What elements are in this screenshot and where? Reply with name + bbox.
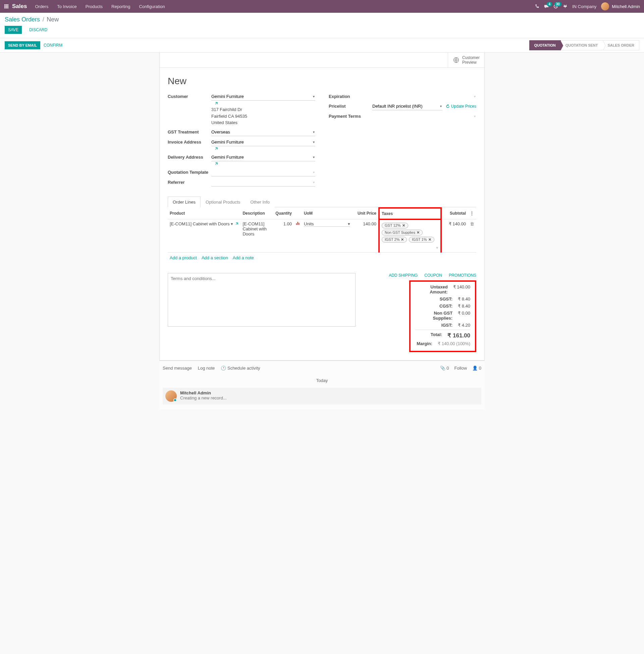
promotions-link[interactable]: PROMOTIONS xyxy=(449,273,476,278)
label-invoice-address: Invoice Address xyxy=(168,138,211,144)
follow-button[interactable]: Follow xyxy=(455,366,467,371)
cell-uom[interactable]: Units xyxy=(304,221,348,226)
message-author: Mitchell Admin xyxy=(180,390,227,395)
update-prices-button[interactable]: Update Prices xyxy=(446,104,476,109)
order-lines-table: Product Description Quantity UoM Unit Pr… xyxy=(168,207,476,253)
brand-label[interactable]: Sales xyxy=(12,3,27,10)
attachments-count[interactable]: 📎 0 xyxy=(440,366,449,371)
value-cgst: ₹ 8.40 xyxy=(458,304,470,308)
coupon-link[interactable]: COUPON xyxy=(424,273,442,278)
add-product-link[interactable]: Add a product xyxy=(170,255,197,260)
chevron-down-icon[interactable]: ▾ xyxy=(382,245,438,250)
gst-treatment-field[interactable] xyxy=(211,128,315,136)
quotation-template-field[interactable] xyxy=(211,168,315,177)
tab-order-lines[interactable]: Order Lines xyxy=(168,196,201,207)
step-sales-order[interactable]: SALES ORDER xyxy=(603,40,639,50)
add-note-link[interactable]: Add a note xyxy=(233,255,254,260)
th-quantity[interactable]: Quantity xyxy=(270,208,294,219)
cell-unit-price[interactable]: 140.00 xyxy=(352,219,379,253)
chevron-down-icon[interactable]: ▾ xyxy=(313,95,315,98)
customer-preview-button[interactable]: Customer Preview xyxy=(448,53,484,67)
step-quotation[interactable]: QUOTATION xyxy=(529,40,560,50)
tab-optional-products[interactable]: Optional Products xyxy=(201,196,245,207)
th-actions[interactable]: ⋮ xyxy=(468,208,476,219)
cell-description[interactable]: [E-COM11] Cabinet with Doors xyxy=(240,219,270,253)
external-link-icon[interactable] xyxy=(214,101,218,106)
label-pricelist: Pricelist xyxy=(329,102,372,109)
save-button[interactable]: SAVE xyxy=(5,26,22,34)
label-quotation-template: Quotation Template xyxy=(168,168,211,175)
customer-field[interactable] xyxy=(211,93,315,101)
add-shipping-link[interactable]: ADD SHIPPING xyxy=(389,273,418,278)
th-unit-price[interactable]: Unit Price xyxy=(352,208,379,219)
schedule-activity-link[interactable]: 🕐 Schedule activity xyxy=(221,366,260,371)
close-icon[interactable]: ✕ xyxy=(417,230,420,234)
tab-other-info[interactable]: Other Info xyxy=(245,196,275,207)
label-cgst: CGST: xyxy=(415,304,453,308)
th-description[interactable]: Description xyxy=(240,208,270,219)
send-email-button[interactable]: SEND BY EMAIL xyxy=(5,41,40,49)
external-link-icon[interactable] xyxy=(214,146,218,151)
chevron-down-icon[interactable]: ▾ xyxy=(231,221,233,226)
log-note-link[interactable]: Log note xyxy=(198,366,215,371)
chevron-down-icon[interactable]: ▾ xyxy=(474,95,476,98)
table-row[interactable]: [E-COM11] Cabinet with Doors▾ [E-COM11] … xyxy=(168,219,476,253)
th-subtotal[interactable]: Subtotal xyxy=(441,208,468,219)
apps-icon[interactable] xyxy=(4,4,9,9)
label-payment-terms: Payment Terms xyxy=(329,112,372,119)
chevron-down-icon[interactable]: ▾ xyxy=(440,104,442,108)
add-section-link[interactable]: Add a section xyxy=(202,255,228,260)
nav-item-configuration[interactable]: Configuration xyxy=(139,4,165,9)
th-uom[interactable]: UoM xyxy=(302,208,352,219)
step-quotation-sent[interactable]: QUOTATION SENT xyxy=(561,40,603,50)
referrer-field[interactable] xyxy=(211,179,315,186)
delete-row-icon[interactable]: 🗑 xyxy=(468,219,476,253)
user-menu[interactable]: Mitchell Admin xyxy=(601,2,640,10)
followers-count[interactable]: 👤 0 xyxy=(472,366,481,371)
discard-button[interactable]: DISCARD xyxy=(26,26,51,34)
chevron-down-icon[interactable]: ▾ xyxy=(348,221,350,226)
chevron-down-icon[interactable]: ▾ xyxy=(313,170,315,174)
expiration-field[interactable] xyxy=(372,93,476,100)
message-text: Creating a new record... xyxy=(180,395,227,400)
avatar-icon xyxy=(601,2,609,10)
terms-input[interactable] xyxy=(168,273,355,327)
th-product[interactable]: Product xyxy=(168,208,240,219)
company-label[interactable]: IN Company xyxy=(572,4,596,9)
th-taxes[interactable]: Taxes xyxy=(379,208,441,219)
avatar-icon xyxy=(165,390,177,402)
external-link-icon[interactable] xyxy=(234,222,238,226)
pricelist-field[interactable] xyxy=(372,102,442,110)
chevron-down-icon[interactable]: ▾ xyxy=(313,130,315,134)
cell-quantity[interactable]: 1.00 xyxy=(270,219,294,253)
delivery-address-field[interactable] xyxy=(211,153,315,161)
label-margin: Margin: xyxy=(415,341,432,346)
cell-taxes[interactable]: GST 12%✕ Non GST Supplies✕ IGST 2%✕ IGST… xyxy=(380,220,440,252)
forecast-icon[interactable] xyxy=(294,219,302,253)
activities-icon[interactable]: 30 xyxy=(553,4,558,9)
close-icon[interactable]: ✕ xyxy=(401,237,404,241)
close-icon[interactable]: ✕ xyxy=(428,237,431,241)
nav-item-to-invoice[interactable]: To Invoice xyxy=(57,4,77,9)
phone-icon[interactable] xyxy=(535,4,539,9)
chevron-down-icon[interactable]: ▾ xyxy=(313,155,315,159)
debug-icon[interactable] xyxy=(563,4,568,9)
cell-product[interactable]: [E-COM11] Cabinet with Doors xyxy=(170,221,229,226)
chevron-down-icon[interactable]: ▾ xyxy=(474,114,476,118)
breadcrumb-parent[interactable]: Sales Orders xyxy=(5,16,40,23)
chevron-down-icon[interactable]: ▾ xyxy=(313,181,315,184)
messages-badge: 4 xyxy=(547,2,552,6)
nav-item-reporting[interactable]: Reporting xyxy=(111,4,130,9)
nav-item-orders[interactable]: Orders xyxy=(35,4,48,9)
top-navbar: Sales Orders To Invoice Products Reporti… xyxy=(0,0,644,13)
chevron-down-icon[interactable]: ▾ xyxy=(313,140,315,144)
send-message-link[interactable]: Send message xyxy=(163,366,192,371)
confirm-button[interactable]: CONFIRM xyxy=(40,41,66,49)
nav-item-products[interactable]: Products xyxy=(86,4,102,9)
breadcrumb-current: New xyxy=(47,16,59,23)
close-icon[interactable]: ✕ xyxy=(402,224,405,227)
external-link-icon[interactable] xyxy=(214,161,218,166)
payment-terms-field[interactable] xyxy=(372,112,476,120)
messages-icon[interactable]: 4 xyxy=(544,4,549,9)
invoice-address-field[interactable] xyxy=(211,138,315,146)
